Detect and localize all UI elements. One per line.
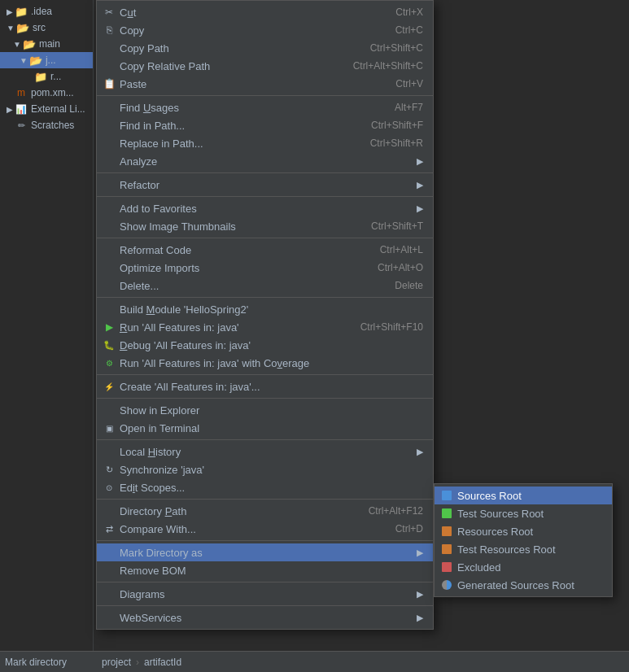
menu-item-open-terminal[interactable]: ▣ Open in Terminal bbox=[97, 419, 433, 437]
menu-item-copy-path[interactable]: Copy Path Ctrl+Shift+C bbox=[97, 39, 433, 57]
menu-item-edit-scopes[interactable]: ⊙ Edit Scopes... bbox=[97, 478, 433, 496]
menu-item-image-thumbnails[interactable]: Show Image Thumbnails Ctrl+Shift+T bbox=[97, 217, 433, 235]
menu-item-analyze[interactable]: Analyze ▶ bbox=[97, 152, 433, 170]
menu-item-refactor[interactable]: Refactor ▶ bbox=[97, 176, 433, 194]
menu-item-mark-directory-as[interactable]: Mark Directory as ▶ bbox=[97, 543, 433, 561]
menu-item-create[interactable]: ⚡ Create 'All Features in: java'... bbox=[97, 377, 433, 395]
menu-separator bbox=[97, 582, 433, 583]
test-sources-root-icon bbox=[439, 506, 454, 521]
menu-item-label: Add to Favorites bbox=[120, 203, 197, 215]
menu-item-show-explorer[interactable]: Show in Explorer bbox=[97, 401, 433, 419]
menu-item-label: Find in Path... bbox=[120, 120, 185, 132]
test-resources-root-icon bbox=[439, 542, 454, 556]
shortcut-label: Ctrl+Alt+O bbox=[361, 262, 423, 273]
collapse-arrow: ▼ bbox=[7, 24, 15, 33]
menu-separator bbox=[97, 238, 433, 238]
menu-item-remove-bom[interactable]: Remove BOM bbox=[97, 561, 433, 579]
menu-item-label: Reformat Code bbox=[120, 244, 191, 256]
shortcut-label: Ctrl+Shift+F10 bbox=[344, 321, 423, 333]
context-menu: ✂ Cut Ctrl+X ⎘ Copy Ctrl+C Copy Path Ctr… bbox=[96, 0, 434, 630]
menu-item-debug[interactable]: 🐛 Debug 'All Features in: java' bbox=[97, 336, 433, 354]
menu-item-replace-in-path[interactable]: Replace in Path... Ctrl+Shift+R bbox=[97, 134, 433, 152]
sidebar-label: External Li... bbox=[31, 103, 85, 115]
shortcut-label: Ctrl+Alt+F12 bbox=[352, 505, 423, 517]
sidebar-item-scratches[interactable]: ▶ ✏ Scratches bbox=[0, 117, 93, 133]
menu-item-cut[interactable]: ✂ Cut Ctrl+X bbox=[97, 3, 433, 21]
sidebar-item-idea[interactable]: ▶ 📁 .idea bbox=[0, 3, 93, 20]
menu-item-local-history[interactable]: Local History ▶ bbox=[97, 443, 433, 460]
menu-item-optimize-imports[interactable]: Optimize Imports Ctrl+Alt+O bbox=[97, 259, 433, 277]
menu-item-label: Delete... bbox=[120, 280, 159, 292]
menu-item-webservices[interactable]: WebServices ▶ bbox=[97, 609, 433, 626]
menu-item-label: Find Usages bbox=[120, 102, 179, 114]
sidebar-label: Scratches bbox=[31, 120, 74, 131]
menu-item-label: Directory Path bbox=[120, 505, 186, 517]
submenu-item-label: Resources Root bbox=[457, 526, 533, 538]
shortcut-label: Ctrl+C bbox=[379, 24, 423, 36]
submenu-arrow: ▶ bbox=[417, 447, 423, 457]
create-icon: ⚡ bbox=[102, 379, 116, 394]
menu-item-label: Show Image Thumbnails bbox=[120, 220, 236, 233]
menu-item-delete[interactable]: Delete... Delete bbox=[97, 277, 433, 295]
submenu-arrow: ▶ bbox=[417, 613, 423, 623]
shortcut-label: Ctrl+Shift+R bbox=[354, 137, 423, 149]
menu-item-coverage[interactable]: ⚙ Run 'All Features in: java' with Cover… bbox=[97, 354, 433, 372]
submenu-item-label: Generated Sources Root bbox=[457, 579, 574, 591]
submenu-item-label: Excluded bbox=[457, 561, 500, 574]
sidebar: ▶ 📁 .idea ▼ 📂 src ▼ 📂 main ▼ 📂 j... ▶ 📁 … bbox=[0, 0, 94, 672]
menu-separator bbox=[97, 398, 433, 399]
menu-item-label: Edit Scopes... bbox=[120, 482, 185, 494]
menu-separator bbox=[97, 439, 433, 440]
shortcut-label: Ctrl+V bbox=[379, 78, 423, 89]
menu-separator bbox=[97, 172, 433, 173]
menu-item-diagrams[interactable]: Diagrams ▶ bbox=[97, 585, 433, 603]
cut-icon: ✂ bbox=[102, 5, 116, 20]
menu-item-compare-with[interactable]: ⇄ Compare With... Ctrl+D bbox=[97, 520, 433, 538]
compare-icon: ⇄ bbox=[102, 521, 116, 536]
menu-item-directory-path[interactable]: Directory Path Ctrl+Alt+F12 bbox=[97, 502, 433, 520]
submenu-item-test-resources-root[interactable]: Test Resources Root bbox=[435, 540, 612, 558]
sidebar-item-main[interactable]: ▼ 📂 main bbox=[0, 36, 93, 52]
menu-item-paste[interactable]: 📋 Paste Ctrl+V bbox=[97, 75, 433, 93]
menu-item-build-module[interactable]: Build Module 'HelloSpring2' bbox=[97, 300, 433, 318]
submenu-item-generated-sources-root[interactable]: Generated Sources Root bbox=[435, 576, 612, 594]
sync-icon: ↻ bbox=[102, 462, 116, 477]
sidebar-label: .idea bbox=[31, 6, 52, 17]
edit-scopes-icon: ⊙ bbox=[102, 480, 116, 495]
menu-item-reformat[interactable]: Reformat Code Ctrl+Alt+L bbox=[97, 241, 433, 259]
sidebar-item-pom[interactable]: ▶ m pom.xm... bbox=[0, 85, 93, 101]
scratches-icon: ✏ bbox=[15, 119, 28, 132]
menu-item-copy-relative-path[interactable]: Copy Relative Path Ctrl+Alt+Shift+C bbox=[97, 57, 433, 75]
sidebar-item-java[interactable]: ▼ 📂 j... bbox=[0, 52, 93, 68]
collapse-arrow: ▶ bbox=[7, 105, 13, 114]
copy-icon: ⎘ bbox=[102, 23, 116, 37]
submenu-item-resources-root[interactable]: Resources Root bbox=[435, 522, 612, 540]
sidebar-item-external-libs[interactable]: ▶ 📊 External Li... bbox=[0, 101, 93, 117]
folder-icon: 📁 bbox=[15, 5, 28, 18]
sidebar-item-resources[interactable]: ▶ 📁 r... bbox=[0, 68, 93, 85]
status-bar: project › artifactId bbox=[94, 651, 629, 672]
menu-item-label: Mark Directory as bbox=[120, 547, 203, 559]
menu-item-label: Paste bbox=[120, 78, 146, 90]
mark-directory-submenu: Sources Root Test Sources Root Resources… bbox=[434, 483, 613, 597]
menu-item-label: Compare With... bbox=[120, 523, 196, 535]
menu-separator bbox=[97, 95, 433, 96]
submenu-item-test-sources-root[interactable]: Test Sources Root bbox=[435, 504, 612, 522]
menu-item-find-in-path[interactable]: Find in Path... Ctrl+Shift+F bbox=[97, 116, 433, 134]
menu-item-synchronize[interactable]: ↻ Synchronize 'java' bbox=[97, 460, 433, 478]
menu-item-label: Show in Explorer bbox=[120, 404, 199, 417]
submenu-item-excluded[interactable]: Excluded bbox=[435, 558, 612, 576]
submenu-item-sources-root[interactable]: Sources Root bbox=[435, 487, 612, 504]
menu-item-copy[interactable]: ⎘ Copy Ctrl+C bbox=[97, 21, 433, 39]
menu-item-label: Open in Terminal bbox=[120, 422, 199, 434]
menu-separator bbox=[97, 499, 433, 500]
sidebar-item-src[interactable]: ▼ 📂 src bbox=[0, 20, 93, 36]
submenu-arrow: ▶ bbox=[417, 548, 423, 558]
menu-item-label: Refactor bbox=[120, 179, 159, 191]
menu-item-find-usages[interactable]: Find Usages Alt+F7 bbox=[97, 98, 433, 116]
menu-item-add-favorites[interactable]: Add to Favorites ▶ bbox=[97, 199, 433, 217]
shortcut-label: Ctrl+Shift+F bbox=[355, 120, 423, 131]
run-icon: ▶ bbox=[102, 320, 116, 334]
menu-item-run[interactable]: ▶ Run 'All Features in: java' Ctrl+Shift… bbox=[97, 318, 433, 336]
status-artifact: artifactId bbox=[144, 657, 181, 668]
